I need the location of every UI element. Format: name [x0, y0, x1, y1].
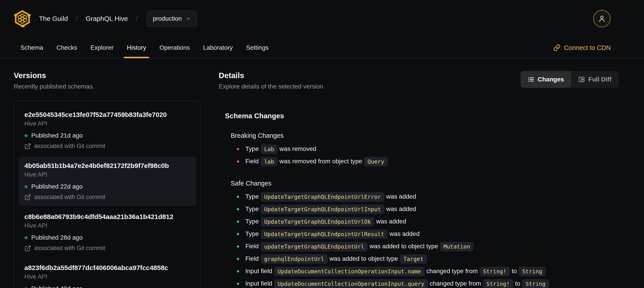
tab-label: Schema: [20, 44, 43, 51]
change-text: was added to object type: [370, 242, 438, 249]
change-text: Field: [245, 255, 259, 262]
change-bullet-icon: [237, 245, 239, 248]
published-status-dot: [24, 287, 28, 288]
change-text: Type: [245, 145, 259, 152]
schema-coordinate-chip: UpdateTargetGraphQLEndpointUrlInput: [260, 205, 384, 214]
version-published-row: Published 28d ago: [24, 234, 190, 241]
version-published-row: Published 22d ago: [24, 183, 190, 190]
git-commit-link[interactable]: associated with Git commit: [24, 143, 190, 150]
tab-operations[interactable]: Operations: [153, 37, 196, 58]
schema-coordinate-chip: UpdateTargetGraphQLEndpointUrlResult: [260, 229, 388, 239]
change-text: Input field: [245, 280, 272, 287]
change-text: Type: [245, 218, 259, 224]
diff-columns-icon: [578, 76, 585, 83]
chevron-down-icon: [186, 16, 191, 21]
published-label: Published 22d ago: [31, 183, 83, 190]
change-description: FieldgraphqlEndpointUrlwas added to obje…: [245, 254, 429, 264]
change-row: TypeUpdateTargetGraphQLEndpointUrlOkwas …: [237, 215, 618, 228]
version-item[interactable]: e2e55045345ce13fe07f52a77459b83fa3fe7020…: [18, 106, 196, 155]
git-commit-label: associated with Git commit: [34, 245, 105, 252]
tab-explorer[interactable]: Explorer: [84, 37, 120, 58]
change-description: Input fieldUpdateDocumentCollectionOpera…: [245, 279, 551, 288]
change-description: Input fieldUpdateDocumentCollectionOpera…: [245, 267, 548, 276]
change-bullet-icon: [237, 258, 239, 260]
change-row: Input fieldUpdateDocumentCollectionOpera…: [237, 277, 618, 288]
details-title: Details: [219, 71, 520, 80]
breadcrumb-org[interactable]: The Guild: [39, 15, 68, 23]
schema-coordinate-chip: UpdateDocumentCollectionOperationInput.n…: [274, 267, 424, 276]
nav-tabs: SchemaChecksExplorerHistoryOperationsLab…: [14, 37, 275, 58]
change-bullet-icon: [237, 148, 239, 150]
schema-coordinate-chip: Mutation: [440, 242, 474, 251]
tab-settings[interactable]: Settings: [239, 37, 275, 58]
versions-panel: Versions Recently published schemas. e2e…: [14, 71, 201, 288]
change-text: was added to object type: [330, 255, 398, 262]
change-group-title: Breaking Changes: [231, 132, 618, 139]
tab-history[interactable]: History: [120, 37, 153, 58]
tab-checks[interactable]: Checks: [50, 37, 84, 58]
version-service-name: Hive API: [24, 222, 190, 229]
change-row: FieldgraphqlEndpointUrlwas added to obje…: [237, 253, 618, 265]
tab-schema[interactable]: Schema: [14, 37, 50, 58]
version-item[interactable]: 4b05ab51b1b4a7e2e4b0ef82172f2b9f7ef98c0b…: [18, 157, 196, 206]
change-row: TypeLabwas removed: [237, 143, 618, 155]
link-icon: [553, 44, 560, 51]
details-subtitle: Explore details of the selected version: [219, 83, 520, 90]
connect-to-cdn-button[interactable]: Connect to CDN: [553, 37, 611, 58]
view-toggle: Changes Full Diff: [520, 71, 618, 88]
change-group: Safe Changes TypeUpdateTargetGraphQLEndp…: [225, 180, 618, 288]
changes-toggle-button[interactable]: Changes: [520, 71, 571, 88]
change-text: was added: [376, 218, 406, 224]
version-published-row: Published 21d ago: [24, 132, 190, 139]
version-list: e2e55045345ce13fe07f52a77459b83fa3fe7020…: [14, 101, 201, 288]
schema-coordinate-chip: String: [522, 279, 549, 288]
version-service-name: Hive API: [24, 120, 190, 127]
full-diff-toggle-button[interactable]: Full Diff: [571, 71, 618, 88]
change-rows: TypeUpdateTargetGraphQLEndpointUrlErrorw…: [231, 191, 618, 288]
tab-label: Explorer: [90, 44, 114, 51]
target-selector[interactable]: production: [146, 10, 197, 27]
git-commit-link[interactable]: associated with Git commit: [24, 245, 190, 252]
change-text: to: [512, 267, 517, 274]
schema-coordinate-chip: Target: [400, 254, 427, 264]
list-icon: [528, 76, 534, 83]
external-link-icon: [24, 143, 31, 150]
version-hash: c8b6e88a06793b9c4dfd54aaa21b36a1b421d812: [24, 213, 190, 220]
schema-coordinate-chip: Lab: [260, 144, 278, 154]
user-avatar[interactable]: [593, 10, 611, 28]
schema-coordinate-chip: UpdateTargetGraphQLEndpointUrlError: [260, 192, 384, 202]
breadcrumb-project[interactable]: GraphQL Hive: [86, 15, 128, 23]
breadcrumb: The Guild / GraphQL Hive /: [39, 15, 138, 23]
change-text: Type: [245, 193, 259, 200]
change-row: TypeUpdateTargetGraphQLEndpointUrlResult…: [237, 228, 618, 240]
change-description: TypeUpdateTargetGraphQLEndpointUrlOkwas …: [245, 217, 406, 226]
person-icon: [598, 15, 606, 23]
external-link-icon: [24, 194, 31, 201]
change-description: Fieldlabwas removed from object typeQuer…: [245, 157, 390, 166]
version-item[interactable]: a823f6db2a55df877dcf406006abca97fcc4858c…: [18, 259, 196, 288]
schema-coordinate-chip: lab: [260, 157, 278, 166]
change-bullet-icon: [237, 283, 239, 285]
git-commit-label: associated with Git commit: [34, 194, 105, 201]
schema-coordinate-chip: UpdateDocumentCollectionOperationInput.q…: [274, 279, 428, 288]
change-description: TypeUpdateTargetGraphQLEndpointUrlErrorw…: [245, 192, 416, 202]
schema-coordinate-chip: UpdateTargetGraphQLEndpointUrlOk: [260, 217, 374, 226]
change-description: FieldupdateTargetGraphQLEndpointUrlwas a…: [245, 242, 475, 251]
version-service-name: Hive API: [24, 273, 190, 280]
change-group: Breaking Changes TypeLabwas removed Fiel…: [225, 132, 618, 168]
tab-label: Laboratory: [203, 44, 233, 51]
version-item[interactable]: c8b6e88a06793b9c4dfd54aaa21b36a1b421d812…: [18, 208, 196, 257]
change-bullet-icon: [237, 196, 239, 198]
change-text: was removed: [280, 145, 316, 152]
change-rows: TypeLabwas removed Fieldlabwas removed f…: [231, 143, 618, 168]
change-text: was removed from object type: [280, 158, 362, 164]
tab-laboratory[interactable]: Laboratory: [196, 37, 239, 58]
main-content: Versions Recently published schemas. e2e…: [0, 59, 644, 288]
published-label: Published 21d ago: [31, 132, 83, 139]
git-commit-link[interactable]: associated with Git commit: [24, 194, 190, 201]
hive-logo-icon[interactable]: [14, 10, 31, 27]
schema-coordinate-chip: String: [518, 267, 546, 276]
versions-subtitle: Recently published schemas.: [14, 83, 201, 90]
change-row: TypeUpdateTargetGraphQLEndpointUrlInputw…: [237, 203, 618, 215]
change-group-title: Safe Changes: [231, 180, 618, 187]
